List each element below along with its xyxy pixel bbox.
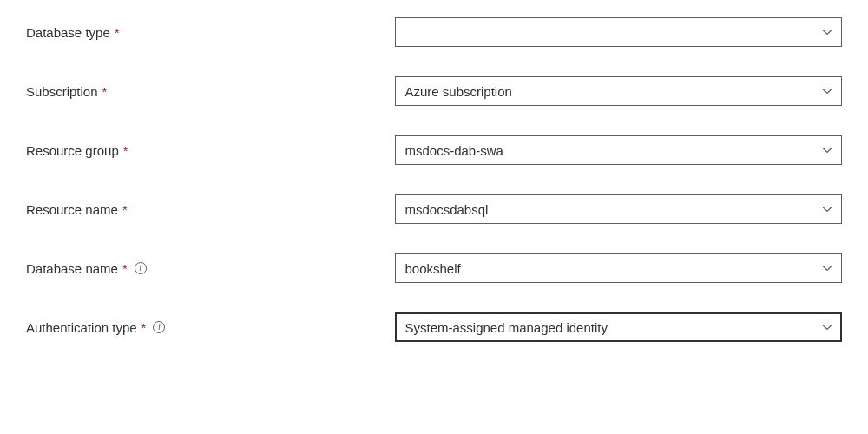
select-value: Azure subscription (404, 84, 822, 99)
field-label: Subscription (26, 84, 98, 99)
select-cell-subscription: Azure subscription (395, 76, 842, 106)
form-container: Database type*Subscription*Azure subscri… (26, 17, 842, 342)
required-asterisk: * (122, 202, 128, 217)
required-asterisk: * (123, 143, 128, 158)
select-cell-database-type (395, 17, 842, 47)
select-value: System-assigned managed identity (404, 320, 822, 335)
database-type-select[interactable] (395, 17, 842, 47)
database-name-select[interactable]: bookshelf (395, 253, 842, 283)
chevron-down-icon (822, 322, 832, 332)
chevron-down-icon (822, 86, 832, 96)
resource-name-select[interactable]: msdocsdabsql (395, 194, 842, 224)
select-value: msdocs-dab-swa (404, 143, 822, 158)
chevron-down-icon (822, 263, 832, 273)
required-asterisk: * (102, 84, 108, 99)
select-cell-resource-name: msdocsdabsql (395, 194, 842, 224)
field-label: Database type (26, 25, 110, 40)
authentication-type-select[interactable]: System-assigned managed identity (395, 312, 842, 342)
label-cell-resource-group: Resource group* (26, 143, 395, 158)
subscription-select[interactable]: Azure subscription (395, 76, 842, 106)
chevron-down-icon (822, 27, 832, 37)
field-label: Resource name (26, 202, 118, 217)
form-row-database-type: Database type* (26, 17, 842, 47)
field-label: Resource group (26, 143, 119, 158)
chevron-down-icon (822, 145, 832, 155)
form-row-database-name: Database name*ibookshelf (26, 253, 842, 283)
field-label: Database name (26, 261, 118, 276)
label-cell-subscription: Subscription* (26, 84, 395, 99)
info-icon[interactable]: i (153, 321, 165, 333)
select-value: bookshelf (404, 261, 822, 276)
required-asterisk: * (122, 261, 128, 276)
required-asterisk: * (141, 320, 147, 335)
resource-group-select[interactable]: msdocs-dab-swa (395, 135, 842, 165)
chevron-down-icon (822, 204, 832, 214)
form-row-resource-group: Resource group*msdocs-dab-swa (26, 135, 842, 165)
label-cell-authentication-type: Authentication type*i (26, 320, 395, 335)
select-cell-authentication-type: System-assigned managed identity (395, 312, 842, 342)
form-row-authentication-type: Authentication type*iSystem-assigned man… (26, 312, 842, 342)
form-row-subscription: Subscription*Azure subscription (26, 76, 842, 106)
label-cell-database-name: Database name*i (26, 261, 395, 276)
label-cell-resource-name: Resource name* (26, 202, 395, 217)
required-asterisk: * (115, 25, 120, 40)
form-row-resource-name: Resource name*msdocsdabsql (26, 194, 842, 224)
select-cell-resource-group: msdocs-dab-swa (395, 135, 842, 165)
field-label: Authentication type (26, 320, 137, 335)
label-cell-database-type: Database type* (26, 25, 395, 40)
info-icon[interactable]: i (135, 262, 147, 274)
select-value: msdocsdabsql (404, 202, 822, 217)
select-cell-database-name: bookshelf (395, 253, 842, 283)
